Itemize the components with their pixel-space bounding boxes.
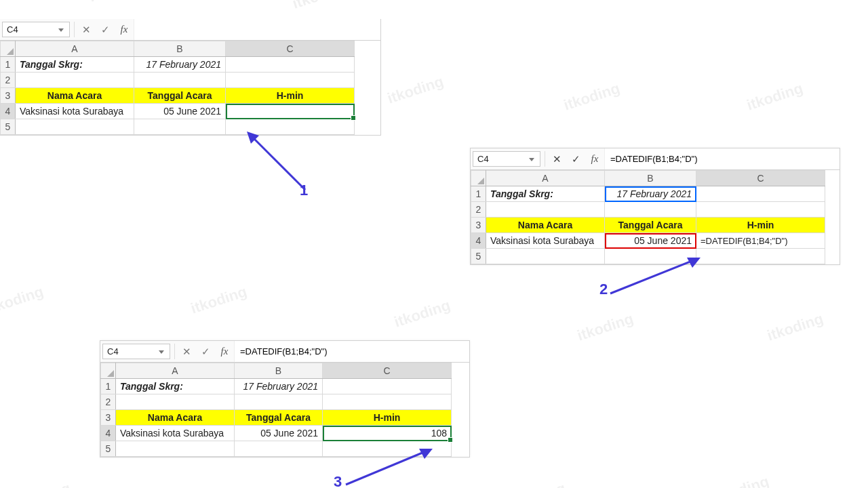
row-header-1[interactable]: 1 bbox=[101, 379, 116, 394]
cell-A3[interactable]: Nama Acara bbox=[16, 88, 134, 104]
cell-A2[interactable] bbox=[486, 202, 605, 218]
cancel-icon[interactable]: ✕ bbox=[548, 151, 566, 167]
spreadsheet-grid[interactable]: A B C 1 Tanggal Skrg: 17 February 2021 2… bbox=[100, 363, 452, 457]
cell-B1[interactable]: 17 February 2021 bbox=[235, 379, 323, 394]
excel-panel-1: C4 ✕ ✓ fx A B C 1 Tanggal Skrg: 17 Febru… bbox=[0, 19, 381, 136]
row-header-2[interactable]: 2 bbox=[1, 73, 16, 88]
row-header-1[interactable]: 1 bbox=[1, 57, 16, 73]
annotation-1: 1 bbox=[300, 182, 308, 199]
fx-icon[interactable]: fx bbox=[115, 22, 133, 37]
cell-B3[interactable]: Tanggal Acara bbox=[235, 410, 323, 426]
spreadsheet-grid[interactable]: A B C 1 Tanggal Skrg: 17 February 2021 2… bbox=[471, 170, 825, 264]
cell-A1[interactable]: Tanggal Skrg: bbox=[16, 57, 134, 73]
cell-A5[interactable] bbox=[486, 249, 605, 264]
col-header-B[interactable]: B bbox=[134, 41, 226, 57]
cell-C3[interactable]: H-min bbox=[696, 218, 825, 233]
cell-A2[interactable] bbox=[16, 73, 134, 88]
cell-C4[interactable] bbox=[226, 104, 355, 119]
cell-C4[interactable]: 108 bbox=[323, 426, 452, 441]
cell-C1[interactable] bbox=[226, 57, 355, 73]
cell-B4[interactable]: 05 June 2021 bbox=[605, 233, 696, 249]
col-header-C[interactable]: C bbox=[696, 171, 825, 186]
row-header-1[interactable]: 1 bbox=[471, 186, 486, 202]
spreadsheet-grid[interactable]: A B C 1 Tanggal Skrg: 17 February 2021 2… bbox=[0, 41, 355, 135]
col-header-C[interactable]: C bbox=[226, 41, 355, 57]
enter-icon[interactable]: ✓ bbox=[96, 22, 114, 37]
table-row: 3 Nama Acara Tanggal Acara H-min bbox=[1, 88, 355, 104]
chevron-down-icon[interactable] bbox=[58, 26, 65, 33]
table-row: 4 Vaksinasi kota Surabaya 05 June 2021 bbox=[1, 104, 355, 119]
cell-C2[interactable] bbox=[696, 202, 825, 218]
col-header-A[interactable]: A bbox=[116, 363, 235, 379]
name-box[interactable]: C4 bbox=[2, 22, 70, 37]
cancel-icon[interactable]: ✕ bbox=[77, 22, 95, 37]
select-all-corner[interactable] bbox=[471, 171, 486, 186]
fx-icon[interactable]: fx bbox=[216, 344, 233, 359]
cell-C3[interactable]: H-min bbox=[226, 88, 355, 104]
row-header-2[interactable]: 2 bbox=[101, 394, 116, 410]
formula-input[interactable]: =DATEDIF(B1;B4;"D") bbox=[604, 148, 840, 169]
cell-C1[interactable] bbox=[323, 379, 452, 394]
row-header-3[interactable]: 3 bbox=[101, 410, 116, 426]
chevron-down-icon[interactable] bbox=[159, 348, 165, 355]
cell-C2[interactable] bbox=[226, 73, 355, 88]
col-header-A[interactable]: A bbox=[486, 171, 605, 186]
select-all-corner[interactable] bbox=[101, 363, 116, 379]
row-header-3[interactable]: 3 bbox=[1, 88, 16, 104]
select-all-corner[interactable] bbox=[1, 41, 16, 57]
fx-icon[interactable]: fx bbox=[586, 151, 604, 167]
cell-B4[interactable]: 05 June 2021 bbox=[235, 426, 323, 441]
enter-icon[interactable]: ✓ bbox=[567, 151, 585, 167]
separator bbox=[174, 344, 175, 359]
col-header-B[interactable]: B bbox=[605, 171, 696, 186]
cell-B3[interactable]: Tanggal Acara bbox=[134, 88, 226, 104]
cell-A3[interactable]: Nama Acara bbox=[486, 218, 605, 233]
formula-bar: C4 ✕ ✓ fx =DATEDIF(B1;B4;"D") bbox=[471, 148, 840, 170]
watermark: itkoding bbox=[0, 283, 45, 317]
cell-C5[interactable] bbox=[696, 249, 825, 264]
cell-B4[interactable]: 05 June 2021 bbox=[134, 104, 226, 119]
row-header-2[interactable]: 2 bbox=[471, 202, 486, 218]
cell-A4[interactable]: Vaksinasi kota Surabaya bbox=[16, 104, 134, 119]
cell-B1[interactable]: 17 February 2021 bbox=[134, 57, 226, 73]
cell-A5[interactable] bbox=[16, 119, 134, 135]
cell-A4[interactable]: Vaksinasi kota Surabaya bbox=[116, 426, 235, 441]
cell-A1[interactable]: Tanggal Skrg: bbox=[486, 186, 605, 202]
col-header-C[interactable]: C bbox=[323, 363, 452, 379]
name-box[interactable]: C4 bbox=[102, 344, 170, 359]
chevron-down-icon[interactable] bbox=[529, 156, 536, 163]
cell-C4[interactable]: =DATEDIF(B1;B4;"D") bbox=[696, 233, 825, 249]
cell-A2[interactable] bbox=[116, 394, 235, 410]
name-box[interactable]: C4 bbox=[473, 151, 540, 167]
cell-B5[interactable] bbox=[134, 119, 226, 135]
cell-A5[interactable] bbox=[116, 441, 235, 457]
cell-B2[interactable] bbox=[605, 202, 696, 218]
cell-B1[interactable]: 17 February 2021 bbox=[605, 186, 696, 202]
cell-A1[interactable]: Tanggal Skrg: bbox=[116, 379, 235, 394]
cell-C3[interactable]: H-min bbox=[323, 410, 452, 426]
row-header-3[interactable]: 3 bbox=[471, 218, 486, 233]
cell-B3[interactable]: Tanggal Acara bbox=[605, 218, 696, 233]
table-row: 3 Nama Acara Tanggal Acara H-min bbox=[471, 218, 825, 233]
cell-B5[interactable] bbox=[235, 441, 323, 457]
row-header-5[interactable]: 5 bbox=[471, 249, 486, 264]
row-header-5[interactable]: 5 bbox=[1, 119, 16, 135]
row-header-4[interactable]: 4 bbox=[101, 426, 116, 441]
col-header-B[interactable]: B bbox=[235, 363, 323, 379]
cell-A3[interactable]: Nama Acara bbox=[116, 410, 235, 426]
row-header-4[interactable]: 4 bbox=[1, 104, 16, 119]
cancel-icon[interactable]: ✕ bbox=[178, 344, 195, 359]
enter-icon[interactable]: ✓ bbox=[197, 344, 214, 359]
cell-A4[interactable]: Vaksinasi kota Surabaya bbox=[486, 233, 605, 249]
cell-B2[interactable] bbox=[134, 73, 226, 88]
cell-B2[interactable] bbox=[235, 394, 323, 410]
cell-C2[interactable] bbox=[323, 394, 452, 410]
arrow-3 bbox=[342, 447, 444, 488]
watermark: itkoding bbox=[87, 0, 147, 6]
row-header-5[interactable]: 5 bbox=[101, 441, 116, 457]
formula-input[interactable] bbox=[134, 19, 380, 40]
row-header-4[interactable]: 4 bbox=[471, 233, 486, 249]
formula-input[interactable]: =DATEDIF(B1;B4;"D") bbox=[234, 341, 469, 362]
col-header-A[interactable]: A bbox=[16, 41, 134, 57]
cell-C1[interactable] bbox=[696, 186, 825, 202]
